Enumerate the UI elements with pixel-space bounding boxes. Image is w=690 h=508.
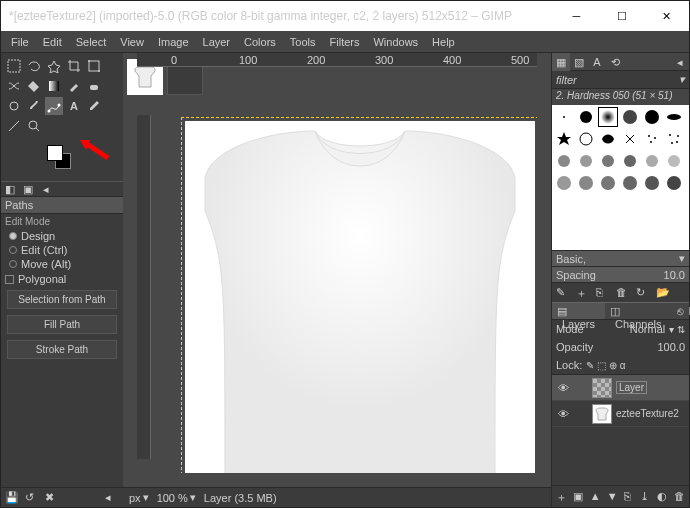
color-swatch[interactable] [47,145,75,177]
zoom-select[interactable]: 100 % ▾ [157,491,196,504]
tab-channels[interactable]: ◫ Channels [605,303,671,319]
brush-list[interactable] [552,105,689,250]
menu-help[interactable]: Help [426,34,461,50]
tool-clone[interactable] [5,97,23,115]
del-brush-icon[interactable]: 🗑 [616,286,630,300]
menu-view[interactable]: View [114,34,150,50]
svg-point-30 [557,176,571,190]
opacity-row[interactable]: Opacity100.0 [552,338,689,356]
canvas[interactable] [151,115,537,473]
menu-image[interactable]: Image [152,34,195,50]
merge-icon[interactable]: ⤓ [640,490,651,504]
tool-fuzzy[interactable] [45,57,63,75]
menu-select[interactable]: Select [70,34,113,50]
visibility-icon[interactable]: 👁 [556,407,570,421]
svg-point-24 [558,155,570,167]
menu-layer[interactable]: Layer [197,34,237,50]
maximize-button[interactable]: ☐ [599,1,644,31]
save-options-icon[interactable]: 💾 [5,491,19,505]
brush-spacing[interactable]: Spacing10.0 [552,266,689,282]
layer-thumb [592,378,612,398]
visibility-icon[interactable]: 👁 [556,381,570,395]
tool-smudge[interactable] [25,97,43,115]
tab-menu-icon[interactable]: ◂ [671,53,689,71]
btn-fill-path[interactable]: Fill Path [7,315,117,334]
radio-move[interactable]: Move (Alt) [1,257,123,271]
tab-patterns[interactable]: ▧ [570,53,588,71]
tool-bucket[interactable] [25,77,43,95]
layer-name[interactable]: Layer [616,381,647,394]
tool-zoom[interactable] [25,117,43,135]
svg-point-35 [667,176,681,190]
tool-text[interactable]: A [65,97,83,115]
tool-picker[interactable] [85,97,103,115]
new-layer-icon[interactable]: ＋ [556,490,567,504]
tool-measure[interactable] [5,117,23,135]
tool-free-select[interactable] [25,57,43,75]
open-brush-icon[interactable]: 📂 [656,286,670,300]
refresh-brush-icon[interactable]: ↻ [636,286,650,300]
menu-windows[interactable]: Windows [367,34,424,50]
down-icon[interactable]: ▼ [607,490,618,504]
minimize-button[interactable]: ─ [554,1,599,31]
mode-row[interactable]: ModeNormal ▾ ⇅ [552,320,689,338]
svg-point-29 [668,155,680,167]
tab-tool-options[interactable]: ◧ [1,183,19,196]
menu-colors[interactable]: Colors [238,34,282,50]
radio-design[interactable]: Design [1,229,123,243]
tab-history[interactable]: ⟲ [606,53,624,71]
tool-transform[interactable] [85,57,103,75]
restore-icon[interactable]: ↺ [25,491,39,505]
menu-edit[interactable]: Edit [37,34,68,50]
svg-point-8 [58,104,61,107]
tool-eraser[interactable] [85,77,103,95]
brush-actions: ✎ ＋ ⎘ 🗑 ↻ 📂 [552,282,689,302]
tab-brushes[interactable]: ▦ [552,53,570,71]
edit-brush-icon[interactable]: ✎ [556,286,570,300]
tab-arrow[interactable]: ◂ [37,183,55,196]
tool-rect-select[interactable] [5,57,23,75]
titlebar: *[ezteeTexture2] (imported)-5.0 (RGB col… [1,1,689,31]
menu-icon[interactable]: ◂ [105,491,119,505]
mask-icon[interactable]: ◐ [657,490,668,504]
svg-point-6 [10,102,18,110]
fg-color[interactable] [47,145,63,161]
brush-preset[interactable]: Basic,▾ [552,250,689,266]
check-polygonal[interactable]: Polygonal [1,271,123,287]
brush-filter[interactable]: filter▾ [552,71,689,89]
svg-point-15 [667,114,681,120]
radio-edit[interactable]: Edit (Ctrl) [1,243,123,257]
unit-select[interactable]: px ▾ [129,491,149,504]
group-icon[interactable]: ▣ [573,490,584,504]
dock-tabs[interactable]: ◧ ▣ ◂ [1,181,123,197]
tab-layers[interactable]: ▤ Layers [552,303,605,319]
svg-point-19 [650,141,652,143]
tool-paths[interactable] [45,97,63,115]
menu-tools[interactable]: Tools [284,34,322,50]
del-layer-icon[interactable]: 🗑 [674,490,685,504]
lock-row[interactable]: Lock: ✎ ⬚ ⊕ α [552,356,689,374]
svg-point-22 [671,142,673,144]
up-icon[interactable]: ▲ [590,490,601,504]
layer-item[interactable]: 👁 ezteeTexture2 [552,401,689,427]
menu-file[interactable]: File [5,34,35,50]
tool-crop[interactable] [65,57,83,75]
svg-point-3 [98,70,100,72]
btn-selection-from-path[interactable]: Selection from Path [7,290,117,309]
svg-point-18 [654,137,656,139]
menu-filters[interactable]: Filters [324,34,366,50]
close-button[interactable]: ✕ [644,1,689,31]
tab-device[interactable]: ▣ [19,183,37,196]
layer-item[interactable]: 👁 Layer [552,375,689,401]
tab-paths-right[interactable]: ⎋Paths [672,303,690,319]
tool-brush[interactable] [65,77,83,95]
dup-layer-icon[interactable]: ⎘ [624,490,635,504]
tab-fonts[interactable]: A [588,53,606,71]
delete-icon[interactable]: ✖ [45,491,59,505]
btn-stroke-path[interactable]: Stroke Path [7,340,117,359]
dup-brush-icon[interactable]: ⎘ [596,286,610,300]
tool-warp[interactable] [5,77,23,95]
svg-point-25 [580,155,592,167]
tool-gradient[interactable] [45,77,63,95]
new-brush-icon[interactable]: ＋ [576,286,590,300]
